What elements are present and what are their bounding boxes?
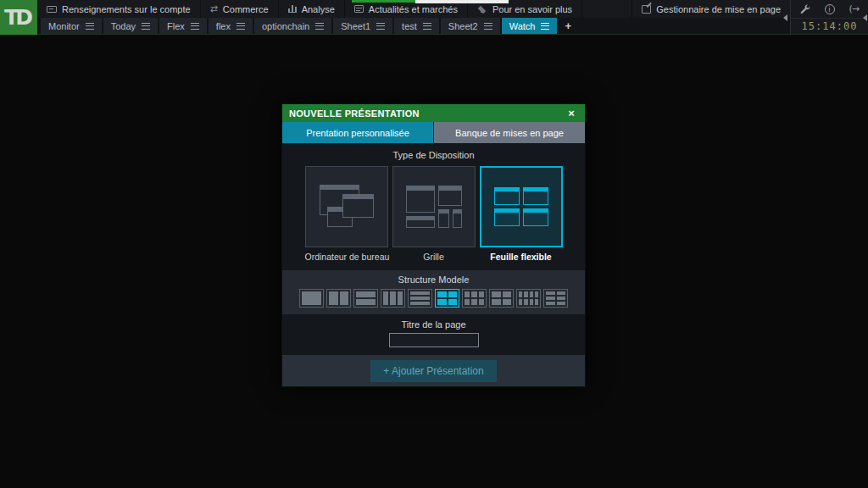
bar-chart-icon <box>288 5 297 13</box>
add-sheet-tab-button[interactable]: + <box>559 18 577 34</box>
tab-label: optionchain <box>262 21 309 31</box>
layout-option-flex-sheet-label: Feuille flexible <box>480 252 563 262</box>
layout-option-flex-sheet: Feuille flexible <box>480 166 563 262</box>
collapse-right-icon[interactable] <box>863 14 867 21</box>
sheet-tab-sheet2[interactable]: Sheet2 <box>441 18 500 34</box>
menu-item-account-info[interactable]: Renseignements sur le compte <box>37 0 201 18</box>
page-title-label: Titre de la page <box>282 319 585 330</box>
sheet-tab-test[interactable]: test <box>394 18 439 34</box>
layout-type-label: Type de Disposition <box>282 150 585 160</box>
tab-label: test <box>402 21 417 31</box>
page-title-input[interactable] <box>389 333 479 347</box>
template-thumb-2row[interactable] <box>353 289 378 308</box>
close-icon[interactable]: × <box>565 107 578 119</box>
structure-template-label: Structure Modele <box>282 274 585 285</box>
tab-layout-bank[interactable]: Banque de mises en page <box>434 122 585 143</box>
logout-icon[interactable] <box>843 2 864 17</box>
sheet-tab-flex-2[interactable]: flex <box>209 18 253 34</box>
add-presentation-button[interactable]: + Ajouter Présentation <box>370 360 496 382</box>
sheet-tab-optionchain[interactable]: optionchain <box>254 18 331 34</box>
sheet-tab-flex-1[interactable]: Flex <box>159 18 207 34</box>
layout-type-section: Type de Disposition Ordinateur de bureau <box>282 143 585 270</box>
wrench-glyph <box>799 3 810 14</box>
dialog-footer: + Ajouter Présentation <box>282 355 585 386</box>
collapse-left-icon[interactable] <box>783 14 787 21</box>
tab-label: Flex <box>167 21 185 31</box>
menu-spacer <box>582 0 632 18</box>
td-logo[interactable]: TD <box>0 0 37 35</box>
tab-menu-icon[interactable] <box>142 23 150 30</box>
template-thumb-2x2[interactable] <box>435 289 459 308</box>
tab-menu-icon[interactable] <box>484 23 492 30</box>
layout-option-grid-card[interactable] <box>392 166 476 247</box>
menu-item-analysis[interactable]: Analyse <box>279 0 345 18</box>
account-card-icon <box>47 6 57 13</box>
template-thumb-1x1[interactable] <box>299 289 324 308</box>
layout-option-desktop-label: Ordinateur de bureau <box>305 252 388 262</box>
clock-row: 15:14:00 <box>791 19 868 34</box>
layout-option-grid: Grille <box>392 166 476 262</box>
menu-label: Analyse <box>302 4 335 14</box>
layout-manager-label: Gestionnaire de mise en page <box>656 4 781 14</box>
tab-custom-presentation[interactable]: Prentation personnalisée <box>282 122 433 143</box>
main-menu-row: Renseignements sur le compte Commerce An… <box>37 0 790 18</box>
sheet-tab-watch[interactable]: Watch <box>502 18 558 34</box>
info-glyph <box>825 4 835 14</box>
layout-option-grid-label: Grille <box>392 252 476 262</box>
layout-option-desktop: Ordinateur de bureau <box>305 166 388 262</box>
top-bar: TD Renseignements sur le compte Commerce… <box>0 0 868 35</box>
news-icon <box>354 5 364 13</box>
sheet-tab-monitor[interactable]: Monitor <box>41 18 102 34</box>
structure-template-section: Structure Modele <box>282 270 585 314</box>
overlapping-windows-icon <box>319 184 375 230</box>
transfer-arrows-icon <box>210 6 218 13</box>
tab-label: Today <box>111 21 136 31</box>
tab-label: Sheet2 <box>448 21 478 31</box>
top-strip-white <box>415 0 509 3</box>
edit-page-icon <box>642 5 651 14</box>
layout-type-options: Ordinateur de bureau Gri <box>282 166 585 262</box>
sheet-tab-bar: Monitor Today Flex flex optionchain <box>37 18 790 34</box>
tab-menu-icon[interactable] <box>315 23 324 30</box>
layout-option-flex-sheet-card[interactable] <box>480 166 563 247</box>
template-thumb-2col[interactable] <box>326 289 351 308</box>
graduation-cap-icon <box>477 5 487 13</box>
tab-menu-icon[interactable] <box>541 23 549 30</box>
tab-label: Monitor <box>48 21 80 31</box>
dialog-header[interactable]: NOUVELLE PRÉSENTATION × <box>282 104 585 122</box>
logout-glyph <box>849 3 859 14</box>
tool-icon-row <box>791 0 868 19</box>
tab-label: flex <box>216 21 231 31</box>
tab-menu-icon[interactable] <box>191 23 199 30</box>
template-thumb-3x2[interactable] <box>543 289 568 308</box>
app-screen: TD Renseignements sur le compte Commerce… <box>0 0 868 488</box>
tab-label: Sheet1 <box>341 21 370 31</box>
flex-sheet-icon <box>494 187 548 226</box>
tab-menu-icon[interactable] <box>376 23 385 30</box>
grid-windows-icon <box>406 186 462 228</box>
session-clock: 15:14:00 <box>802 20 858 32</box>
tab-menu-icon[interactable] <box>86 23 94 30</box>
top-strip-green <box>352 0 415 3</box>
sheet-tab-today[interactable]: Today <box>103 18 158 34</box>
template-thumb-2x2-wide[interactable] <box>489 289 514 308</box>
template-thumb-2x4[interactable] <box>516 289 541 308</box>
layout-option-desktop-card[interactable] <box>305 166 388 247</box>
page-title-section: Titre de la page <box>282 314 585 355</box>
wrench-icon[interactable] <box>795 2 815 17</box>
td-logo-text: TD <box>4 5 30 30</box>
top-bar-main: Renseignements sur le compte Commerce An… <box>37 0 790 34</box>
dialog-title: NOUVELLE PRÉSENTATION <box>289 108 565 119</box>
template-thumb-2x3[interactable] <box>462 289 487 308</box>
template-thumb-3row[interactable] <box>408 289 432 308</box>
info-icon[interactable] <box>820 2 840 17</box>
sheet-tab-sheet1[interactable]: Sheet1 <box>333 18 392 34</box>
structure-template-row <box>282 289 585 308</box>
template-thumb-3col[interactable] <box>381 289 405 308</box>
layout-manager-button[interactable]: Gestionnaire de mise en page <box>632 0 790 18</box>
menu-item-trade[interactable]: Commerce <box>201 0 279 18</box>
menu-label: Renseignements sur le compte <box>62 4 191 14</box>
right-tool-panel: 15:14:00 <box>790 0 868 34</box>
tab-menu-icon[interactable] <box>236 23 245 30</box>
tab-menu-icon[interactable] <box>423 23 431 30</box>
